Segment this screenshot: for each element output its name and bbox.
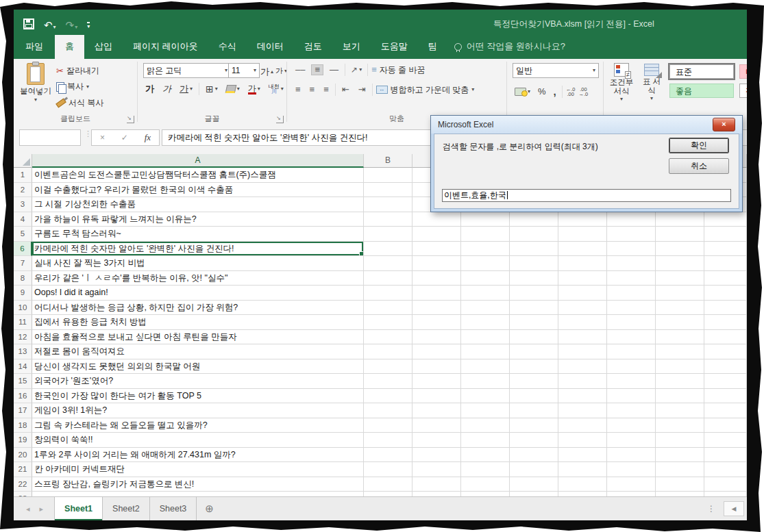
copy-button[interactable]: 복사 ▾ bbox=[56, 81, 89, 92]
row-header-16[interactable]: 16 bbox=[14, 389, 32, 404]
grid-cell[interactable] bbox=[510, 344, 558, 359]
grid-cell[interactable] bbox=[656, 477, 704, 492]
customize-qat-button[interactable]: ▾ bbox=[87, 22, 90, 29]
column-header-A[interactable]: A bbox=[32, 154, 364, 168]
grid-cell[interactable] bbox=[412, 462, 461, 477]
grid-cell[interactable] bbox=[607, 462, 656, 477]
grid-cell[interactable] bbox=[607, 418, 656, 433]
align-bottom-button[interactable]: — bbox=[327, 65, 341, 75]
grid-cell[interactable] bbox=[704, 462, 747, 477]
cell-style-bad[interactable]: 나쁨 bbox=[739, 64, 747, 79]
cell-A10[interactable]: 어디서나 발생하는 응급 상황, 하지만 집이 가장 위험? bbox=[32, 301, 364, 316]
cell-A20[interactable]: 1루와 2루 사이의 거리는 왜 애매하게 27.431m 일까? bbox=[32, 448, 364, 463]
grid-cell[interactable] bbox=[607, 212, 656, 227]
grid-cell[interactable] bbox=[656, 389, 704, 404]
new-sheet-button[interactable]: ⊕ bbox=[197, 497, 222, 520]
grid-cell[interactable] bbox=[412, 242, 461, 257]
grid-cell[interactable] bbox=[656, 271, 704, 286]
grid-cell[interactable] bbox=[461, 315, 510, 330]
cancel-entry-icon[interactable]: × bbox=[100, 133, 105, 142]
grid-cell[interactable] bbox=[412, 227, 461, 242]
decrease-decimal-button[interactable]: .00→.0 bbox=[579, 87, 589, 97]
format-as-table-button[interactable]: 표 서식 ▾ bbox=[639, 64, 664, 101]
grid-cell[interactable] bbox=[607, 389, 656, 404]
grid-cell[interactable] bbox=[364, 183, 412, 198]
grid-cell[interactable] bbox=[461, 330, 510, 345]
grid-cell[interactable] bbox=[558, 212, 607, 227]
save-button[interactable] bbox=[23, 18, 34, 32]
grid-cell[interactable] bbox=[510, 315, 558, 330]
grid-cell[interactable] bbox=[656, 374, 704, 389]
enter-entry-icon[interactable]: ✓ bbox=[121, 133, 128, 142]
cell-A9[interactable]: Oops! I did it again! bbox=[32, 286, 364, 301]
grid-cell[interactable] bbox=[607, 256, 656, 271]
grid-cell[interactable] bbox=[412, 433, 461, 448]
grid-cell[interactable] bbox=[656, 227, 704, 242]
tab-splitter-icon[interactable]: ⋮ bbox=[707, 507, 715, 511]
grid-cell[interactable] bbox=[364, 403, 412, 418]
grid-cell[interactable] bbox=[461, 433, 510, 448]
grid-cell[interactable] bbox=[510, 286, 558, 301]
grid-cell[interactable] bbox=[364, 301, 412, 316]
grid-cell[interactable] bbox=[364, 227, 412, 242]
row-header-6[interactable]: 6 bbox=[14, 242, 32, 257]
cell-A6[interactable]: 카메라에 적힌 숫자만 알아도 '완벽한' 사진을 건진다! bbox=[32, 242, 364, 257]
grid-cell[interactable] bbox=[558, 271, 607, 286]
grid-cell[interactable] bbox=[558, 315, 607, 330]
grid-cell[interactable] bbox=[412, 330, 461, 345]
grid-cell[interactable] bbox=[656, 301, 704, 316]
sheet-tab-sheet2[interactable]: Sheet2 bbox=[103, 497, 150, 520]
phonetic-guide-button[interactable]: 내천 川 ▾ bbox=[267, 83, 286, 95]
cell-style-normal[interactable]: 표준 bbox=[669, 64, 734, 79]
grid-cell[interactable] bbox=[364, 271, 412, 286]
grid-cell[interactable] bbox=[412, 448, 461, 463]
grid-cell[interactable] bbox=[364, 168, 412, 183]
grid-cell[interactable] bbox=[510, 271, 558, 286]
grid-cell[interactable] bbox=[656, 256, 704, 271]
cell-A2[interactable]: 이걸 수출했다고? 우리가 몰랐던 한국의 이색 수출품 bbox=[32, 183, 364, 198]
cell-A3[interactable]: 그 시절 기상천외한 수출품 bbox=[32, 197, 364, 212]
grid-cell[interactable] bbox=[364, 256, 412, 271]
accounting-format-button[interactable]: ▾ bbox=[513, 86, 532, 97]
row-header-7[interactable]: 7 bbox=[14, 256, 32, 271]
row-header-15[interactable]: 15 bbox=[14, 374, 32, 389]
percent-style-button[interactable]: % bbox=[536, 85, 548, 98]
grid-cell[interactable] bbox=[558, 344, 607, 359]
grid-cell[interactable] bbox=[412, 359, 461, 375]
grid-cell[interactable] bbox=[364, 462, 412, 477]
grid-cell[interactable] bbox=[704, 212, 747, 227]
cell-A15[interactable]: 외국어가 '원조'였어? bbox=[32, 374, 364, 389]
grid-cell[interactable] bbox=[704, 256, 747, 271]
grid-cell[interactable] bbox=[558, 227, 607, 242]
grid-cell[interactable] bbox=[412, 212, 461, 227]
grid-cell[interactable] bbox=[510, 242, 558, 257]
grid-cell[interactable] bbox=[461, 389, 510, 404]
grid-cell[interactable] bbox=[558, 448, 607, 463]
grid-cell[interactable] bbox=[461, 271, 510, 286]
tab-view[interactable]: 보기 bbox=[332, 35, 371, 59]
grid-cell[interactable] bbox=[558, 389, 607, 404]
grid-cell[interactable] bbox=[364, 286, 412, 301]
cell-A11[interactable]: 집에서 유용한 응급 처치 방법 bbox=[32, 315, 364, 330]
row-header-14[interactable]: 14 bbox=[14, 359, 32, 375]
grid-cell[interactable] bbox=[364, 315, 412, 330]
grid-cell[interactable] bbox=[558, 403, 607, 418]
grid-cell[interactable] bbox=[558, 374, 607, 389]
grid-cell[interactable] bbox=[656, 242, 704, 257]
grid-cell[interactable] bbox=[461, 448, 510, 463]
sheet-prev-icon[interactable]: ◂ bbox=[26, 505, 30, 514]
sheet-tab-sheet3[interactable]: Sheet3 bbox=[150, 497, 197, 520]
grid-cell[interactable] bbox=[510, 403, 558, 418]
grid-cell[interactable] bbox=[656, 212, 704, 227]
cancel-button[interactable]: 취소 bbox=[669, 158, 729, 174]
grid-cell[interactable] bbox=[510, 212, 558, 227]
row-header-9[interactable]: 9 bbox=[14, 286, 32, 301]
grid-cell[interactable] bbox=[656, 403, 704, 418]
horizontal-scrollbar-left-arrow[interactable]: ◀ bbox=[724, 501, 744, 516]
tab-home[interactable]: 홈 bbox=[55, 35, 84, 59]
grid-cell[interactable] bbox=[461, 301, 510, 316]
grid-cell[interactable] bbox=[412, 389, 461, 404]
grid-cell[interactable] bbox=[364, 433, 412, 448]
grid-cell[interactable] bbox=[607, 301, 656, 316]
cell-A22[interactable]: 스프링 장난감, 슬링키가 저금통으로 변신! bbox=[32, 477, 364, 492]
